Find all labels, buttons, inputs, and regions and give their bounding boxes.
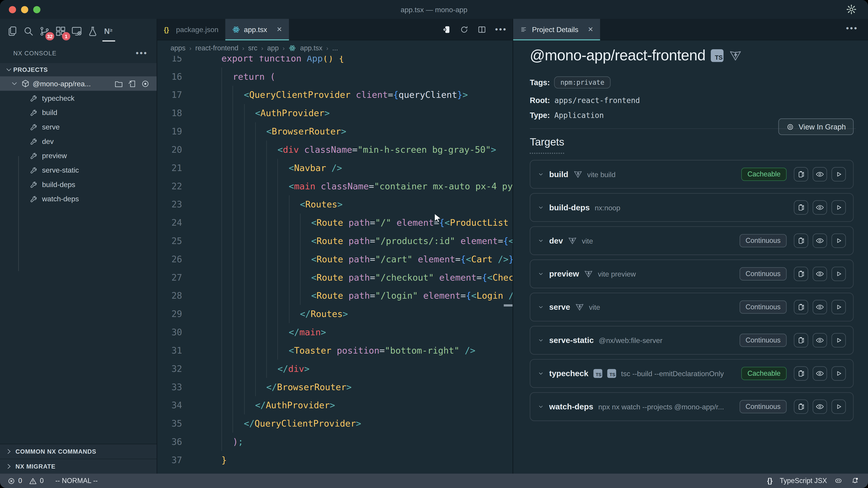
breadcrumb-item[interactable]: app	[267, 44, 279, 52]
view-target-icon[interactable]	[813, 333, 827, 348]
copy-task-icon[interactable]	[794, 267, 808, 281]
split-editor-icon[interactable]	[477, 25, 487, 34]
run-target-icon[interactable]	[831, 399, 846, 414]
run-target-icon[interactable]	[831, 233, 846, 248]
tab-project-details[interactable]: Project Details ✕	[513, 19, 600, 40]
bell-icon[interactable]	[851, 476, 860, 486]
chevron-down-icon[interactable]	[537, 171, 544, 177]
nx-migrate-section[interactable]: NX MIGRATE	[0, 459, 157, 474]
target-card-watch-deps[interactable]: watch-deps npx nx watch --projects @mono…	[530, 392, 854, 421]
chevron-down-icon[interactable]	[537, 337, 544, 344]
open-config-icon[interactable]	[127, 79, 137, 88]
run-target-icon[interactable]	[831, 300, 846, 314]
run-target-icon[interactable]	[831, 200, 846, 215]
breadcrumb-item[interactable]: react-frontend	[195, 44, 239, 52]
close-window-button[interactable]	[9, 6, 16, 13]
target-card-typecheck[interactable]: typecheck TSTS tsc --build --emitDeclara…	[530, 359, 854, 388]
code-line-19: 19 <BrowserRouter>	[157, 122, 513, 140]
error-count[interactable]: 0	[18, 477, 22, 485]
tree-item-watch-deps[interactable]: watch-deps	[0, 191, 157, 206]
run-target-icon[interactable]	[831, 366, 846, 381]
target-card-build-deps[interactable]: build-deps nx:noop	[530, 193, 854, 222]
chevron-down-icon[interactable]	[537, 403, 544, 410]
refresh-icon[interactable]	[460, 25, 469, 34]
source-control-icon[interactable]: 32	[37, 20, 53, 42]
tab-app-tsx[interactable]: app.tsx ✕	[225, 19, 289, 40]
gear-icon[interactable]	[846, 4, 857, 15]
panel-more-icon[interactable]: •••	[846, 26, 858, 31]
view-in-graph-button[interactable]: View In Graph	[778, 119, 854, 135]
copy-task-icon[interactable]	[794, 233, 808, 248]
close-tab-icon[interactable]: ✕	[588, 26, 593, 33]
warnings-icon[interactable]	[29, 477, 37, 485]
code-line-36: 36 );	[157, 433, 513, 451]
copy-task-icon[interactable]	[794, 300, 808, 314]
target-badge: Continuous	[739, 300, 786, 314]
breadcrumb-item[interactable]: apps	[170, 44, 185, 52]
scrollbar-thumb[interactable]	[504, 304, 513, 306]
breadcrumb-item[interactable]: src	[248, 44, 257, 52]
breadcrumb-item[interactable]: app.tsx	[300, 44, 322, 52]
warning-count[interactable]: 0	[40, 477, 43, 485]
chevron-down-icon[interactable]	[537, 204, 544, 211]
chevron-down-icon[interactable]	[537, 271, 544, 277]
target-card-dev[interactable]: dev vite Continuous	[530, 226, 854, 255]
folder-icon[interactable]	[114, 79, 123, 88]
projects-section-header[interactable]: PROJECTS	[0, 63, 157, 76]
tree-item-typecheck[interactable]: typecheck	[0, 91, 157, 105]
target-card-serve-static[interactable]: serve-static @nx/web:file-server Continu…	[530, 326, 854, 355]
svg-text:N: N	[104, 27, 110, 35]
tree-item-serve[interactable]: serve	[0, 120, 157, 134]
run-target-icon[interactable]	[831, 167, 846, 182]
chevron-down-icon[interactable]	[537, 304, 544, 310]
close-tab-icon[interactable]: ✕	[276, 26, 282, 33]
view-target-icon[interactable]	[813, 399, 827, 414]
target-badge: Continuous	[739, 334, 786, 347]
editor-more-icon[interactable]: •••	[495, 27, 507, 32]
view-target-icon[interactable]	[813, 267, 827, 281]
remote-explorer-icon[interactable]	[69, 20, 85, 42]
minimize-window-button[interactable]	[21, 6, 28, 13]
view-target-icon[interactable]	[813, 300, 827, 314]
open-project-details-icon[interactable]	[442, 25, 452, 34]
tree-item-serve-static[interactable]: serve-static	[0, 163, 157, 177]
tree-item-dev[interactable]: dev	[0, 134, 157, 149]
copy-task-icon[interactable]	[794, 200, 808, 215]
copy-task-icon[interactable]	[794, 399, 808, 414]
tree-item-build[interactable]: build	[0, 105, 157, 120]
breadcrumb-item[interactable]: ...	[332, 44, 338, 52]
copy-task-icon[interactable]	[794, 366, 808, 381]
common-nx-commands-section[interactable]: COMMON NX COMMANDS	[0, 445, 157, 459]
language-indicator[interactable]: TypeScript JSX	[780, 477, 827, 485]
maximize-window-button[interactable]	[33, 6, 40, 13]
extensions-icon[interactable]: 1	[53, 20, 69, 42]
react-file-icon	[232, 25, 240, 33]
copy-task-icon[interactable]	[794, 167, 808, 182]
copy-task-icon[interactable]	[794, 333, 808, 348]
run-target-icon[interactable]	[831, 333, 846, 348]
chevron-down-icon[interactable]	[537, 370, 544, 377]
tab-package-json[interactable]: {} package.json	[157, 19, 225, 40]
nx-console-icon[interactable]: N≥	[101, 20, 117, 42]
tree-item-preview[interactable]: preview	[0, 148, 157, 163]
code-line-17: 17 <QueryClientProvider client={queryCli…	[157, 86, 513, 104]
errors-icon[interactable]	[7, 477, 16, 485]
explorer-icon[interactable]	[4, 20, 21, 42]
run-target-icon[interactable]	[831, 267, 846, 281]
view-target-icon[interactable]	[813, 233, 827, 248]
tree-item-build-deps[interactable]: build-deps	[0, 177, 157, 192]
tree-item-project[interactable]: @mono-app/rea...	[0, 76, 157, 91]
target-card-build[interactable]: build vite build Cacheable	[530, 160, 854, 189]
focus-target-icon[interactable]	[141, 79, 150, 88]
view-target-icon[interactable]	[813, 167, 827, 182]
target-card-preview[interactable]: preview vite preview Continuous	[530, 260, 854, 288]
chevron-down-icon[interactable]	[537, 237, 544, 244]
search-icon[interactable]	[21, 20, 37, 42]
sidebar-more-icon[interactable]: •••	[136, 51, 148, 56]
copilot-icon[interactable]	[834, 476, 844, 486]
view-target-icon[interactable]	[813, 366, 827, 381]
view-target-icon[interactable]	[813, 200, 827, 215]
testing-icon[interactable]	[85, 20, 101, 42]
code-editor[interactable]: 15 export function App() { 16 return ( 1…	[157, 56, 513, 474]
target-card-serve[interactable]: serve vite Continuous	[530, 293, 854, 322]
